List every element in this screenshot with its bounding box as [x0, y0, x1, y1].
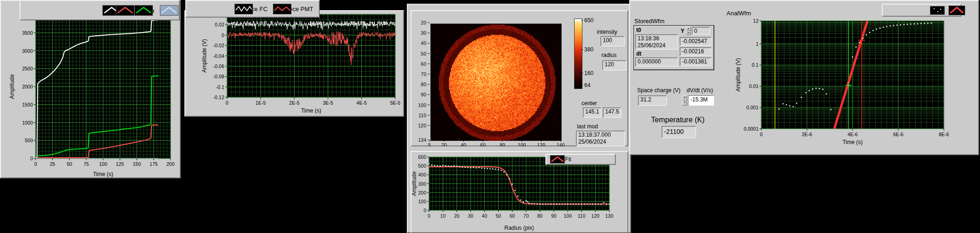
legend-item-amt[interactable]: AMT	[116, 7, 128, 14]
svg-text:5: 5	[428, 142, 431, 146]
t0-time: 13:18:36	[638, 35, 676, 42]
teepiece-line-icon[interactable]	[273, 4, 291, 14]
svg-text:70: 70	[421, 71, 426, 77]
svg-text:60: 60	[510, 213, 515, 219]
svg-text:Time (s): Time (s)	[842, 139, 863, 145]
svg-text:2E-6: 2E-6	[802, 132, 812, 137]
legend-item-brescia[interactable]: Brescia	[134, 7, 154, 14]
svg-text:-0.1: -0.1	[216, 84, 224, 90]
y-value-0: -0.002547	[680, 37, 711, 46]
svg-text:Radius (pix): Radius (pix)	[504, 225, 534, 231]
y-index-input[interactable]: 0	[692, 27, 710, 35]
svg-text:175: 175	[150, 161, 158, 167]
svg-text:25: 25	[50, 161, 56, 167]
svg-text:650: 650	[584, 17, 594, 24]
svg-text:140: 140	[556, 142, 565, 146]
t0-date: 25/06/2024	[638, 42, 676, 49]
dvdt-label: dV/dt (V/s)	[687, 87, 713, 94]
svg-text:120: 120	[537, 142, 545, 146]
svg-text:60: 60	[421, 61, 426, 67]
legend-label-fit: Fit	[565, 156, 571, 163]
svg-text:40: 40	[421, 40, 426, 46]
waveform-legend: e-source FC Tee piece PMT	[185, 0, 320, 18]
storedwfm-cluster: t0 13:18:36 25/06/2024 dt 0.000000 Y ▲▼ …	[633, 25, 714, 70]
dvdt-spinner[interactable]: ▲▼	[682, 95, 687, 106]
svg-text:0: 0	[221, 32, 224, 38]
legend-item-analfit[interactable]: Fit	[948, 7, 955, 14]
svg-text:80: 80	[421, 82, 426, 87]
dvdt-input[interactable]: -15.3M	[688, 95, 714, 106]
svg-text:70: 70	[524, 213, 529, 219]
analwfm-chart[interactable]: 02E-64E-66E-68E-61210.10.010.0010.0001Ti…	[734, 6, 971, 147]
svg-text:1: 1	[756, 41, 759, 47]
svg-text:30: 30	[421, 30, 426, 36]
svg-text:0: 0	[34, 161, 37, 167]
svg-text:50: 50	[496, 213, 501, 219]
history-legend: TD AMT Brescia BGO	[19, 0, 180, 20]
svg-text:380: 380	[584, 46, 594, 53]
y-value-1: -0.00216	[680, 47, 711, 56]
svg-text:0: 0	[760, 132, 763, 137]
svg-text:50: 50	[421, 51, 426, 57]
svg-text:3E-5: 3E-5	[323, 100, 333, 106]
y-value-2: -0.001361	[680, 57, 711, 66]
svg-text:110: 110	[418, 113, 426, 118]
legend-item-td[interactable]: TD	[102, 7, 110, 14]
svg-text:6E-6: 6E-6	[893, 132, 903, 137]
brescia-line-icon[interactable]	[134, 5, 153, 16]
svg-text:3500: 3500	[22, 30, 33, 36]
radial-legend: Data Fit	[545, 154, 616, 165]
t0-label: t0	[636, 27, 641, 33]
space-charge-label: Space charge (V)	[637, 87, 680, 94]
svg-text:200: 200	[166, 161, 175, 167]
t0-display: 13:18:36 25/06/2024	[635, 34, 678, 50]
sipm-dots-icon[interactable]	[930, 6, 945, 15]
svg-text:64: 64	[584, 82, 591, 88]
svg-text:300: 300	[418, 181, 426, 187]
temperature-label: Temperature (K)	[651, 116, 705, 124]
svg-text:-0.06: -0.06	[213, 63, 224, 69]
svg-text:0.02: 0.02	[215, 22, 225, 27]
app-root: TD AMT Brescia BGO 025507510012515017520…	[0, 0, 980, 233]
amt-line-icon[interactable]	[116, 5, 134, 16]
space-charge-display: 31.2	[638, 95, 667, 106]
svg-text:160: 160	[584, 70, 594, 76]
storedwfm-title: StoredWfm	[634, 18, 664, 25]
svg-text:4E-6: 4E-6	[847, 132, 858, 137]
svg-text:10: 10	[440, 213, 446, 219]
legend-item-teepiece[interactable]: Tee piece PMT	[273, 6, 313, 13]
svg-text:100: 100	[518, 142, 526, 146]
fit-line-icon[interactable]	[550, 155, 565, 164]
svg-text:125: 125	[116, 161, 124, 167]
svg-text:20: 20	[454, 213, 460, 219]
svg-text:Amplitude: Amplitude	[411, 171, 417, 196]
svg-text:1500: 1500	[22, 102, 33, 107]
svg-text:-0.02: -0.02	[213, 43, 224, 48]
svg-text:90: 90	[421, 92, 426, 97]
legend-item-esource[interactable]: e-source FC	[234, 6, 268, 13]
esource-line-icon[interactable]	[234, 4, 253, 14]
svg-text:500: 500	[418, 163, 426, 169]
svg-text:120: 120	[591, 213, 600, 219]
svg-text:Time (s): Time (s)	[93, 171, 114, 177]
bgo-line-icon[interactable]	[160, 5, 178, 16]
legend-item-bgo[interactable]: BGO	[160, 7, 173, 14]
svg-text:60: 60	[480, 142, 486, 146]
svg-text:2500: 2500	[22, 66, 33, 71]
svg-text:-0.04: -0.04	[213, 53, 224, 59]
svg-text:2000: 2000	[22, 84, 33, 89]
svg-text:500: 500	[25, 138, 33, 143]
svg-text:8E-6: 8E-6	[939, 132, 949, 137]
svg-text:0: 0	[428, 213, 430, 219]
svg-text:3000: 3000	[22, 48, 33, 54]
svg-text:0: 0	[226, 100, 228, 106]
history-chart[interactable]: 0255075100125150175200050010001500200025…	[0, 9, 181, 178]
analfit-line-icon[interactable]	[948, 6, 965, 15]
svg-text:110: 110	[578, 213, 586, 219]
legend-item-sipm[interactable]: SiPM	[930, 7, 944, 14]
temperature-display: -21100	[662, 126, 696, 138]
y-index-spinner[interactable]: ▲▼	[686, 27, 691, 35]
svg-text:80: 80	[537, 213, 543, 219]
svg-text:-0.08: -0.08	[213, 74, 224, 79]
svg-text:130: 130	[605, 213, 613, 219]
